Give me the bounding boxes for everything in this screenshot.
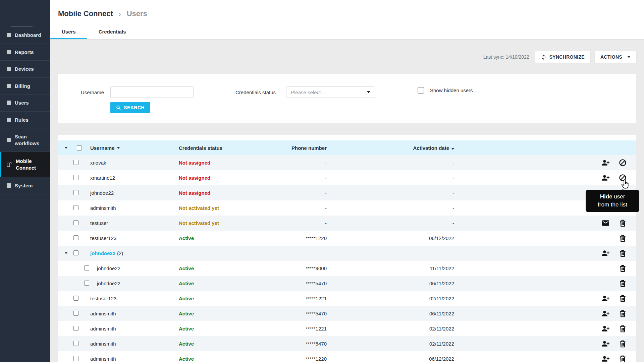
row-checkbox[interactable]	[73, 296, 78, 301]
phone-cell: -	[286, 220, 328, 226]
show-hidden-users-checkbox[interactable]	[418, 87, 424, 94]
search-button[interactable]: SEARCH	[110, 102, 150, 113]
delete-icon[interactable]	[619, 340, 627, 348]
add-user-icon[interactable]	[601, 355, 610, 362]
expand-all-caret-icon[interactable]	[65, 147, 67, 149]
add-user-icon[interactable]	[601, 174, 610, 182]
row-actions	[583, 249, 627, 257]
row-checkbox[interactable]	[73, 235, 78, 240]
row-checkbox[interactable]	[73, 190, 78, 195]
collapse-group-caret-icon[interactable]	[65, 252, 67, 254]
username-cell: testuser123	[85, 296, 179, 301]
row-checkbox[interactable]	[73, 356, 78, 361]
sidebar-item-billing[interactable]: Billing	[0, 78, 50, 95]
hide-user-icon[interactable]	[619, 159, 627, 167]
delete-icon[interactable]	[619, 355, 627, 362]
table-row: xmartine12Not assigned--	[58, 170, 636, 185]
sidebar-item-users[interactable]: Users	[0, 95, 50, 112]
username-cell: adminsmith	[85, 356, 179, 362]
table-row: testuserNot activated yet--	[58, 216, 636, 231]
table-row: adminsmithActive*****547002/11/2022	[58, 336, 636, 351]
add-user-icon[interactable]	[601, 249, 610, 257]
mouse-cursor-hand	[621, 179, 630, 189]
username-cell: adminsmith	[85, 205, 179, 211]
delete-icon[interactable]	[619, 279, 627, 288]
actions-button[interactable]: ACTIONS	[595, 51, 636, 63]
sidebar-item-devices[interactable]: Devices	[0, 61, 50, 78]
row-checkbox[interactable]	[73, 341, 78, 346]
sidebar-item-mobile-connect[interactable]: Mobile Connect	[0, 152, 50, 177]
credentials-status-cell: Active	[179, 341, 286, 347]
activation-date-cell: -	[328, 205, 455, 211]
username-cell: johndoe22	[85, 265, 179, 271]
username-cell: adminsmith	[85, 326, 179, 331]
row-checkbox[interactable]	[73, 250, 78, 255]
sidebar-item-scan-workflows[interactable]: Scan workflows	[0, 128, 50, 152]
add-user-icon[interactable]	[601, 294, 610, 303]
credentials-status-cell: Active	[179, 281, 286, 286]
menu-square-icon	[7, 138, 11, 142]
table-header-row: Username Credentials status Phone number…	[58, 140, 636, 155]
row-actions	[583, 279, 627, 288]
column-header-activation-date[interactable]: Activation date	[328, 145, 455, 151]
add-user-icon[interactable]	[601, 159, 610, 167]
add-user-icon[interactable]	[601, 324, 610, 333]
username-label: Username	[58, 89, 104, 95]
row-checkbox[interactable]	[73, 326, 78, 331]
username-cell: adminsmith	[85, 341, 179, 347]
row-checkbox[interactable]	[73, 205, 78, 210]
tab-users[interactable]: Users	[50, 24, 87, 39]
phone-cell: *****1220	[286, 235, 328, 241]
sidebar-item-reports[interactable]: Reports	[0, 44, 50, 61]
add-user-icon[interactable]	[601, 340, 610, 348]
credentials-status-select[interactable]: Please select...	[286, 86, 375, 98]
synchronize-button[interactable]: SYNCHRONIZE	[535, 51, 590, 63]
column-header-credentials-status[interactable]: Credentials status	[179, 145, 286, 151]
username-input[interactable]	[110, 86, 194, 98]
table-row: testuser123Active*****122102/11/2022	[58, 291, 636, 306]
sidebar-item-system[interactable]: System	[0, 177, 50, 194]
delete-icon[interactable]	[619, 309, 627, 318]
phone-cell: -	[286, 190, 328, 196]
credentials-status-cell: Active	[179, 265, 286, 271]
delete-icon[interactable]	[619, 219, 627, 227]
activation-date-cell: 02/11/2022	[328, 296, 455, 301]
row-checkbox[interactable]	[73, 220, 78, 225]
tab-credentials[interactable]: Credentials	[87, 24, 138, 39]
delete-icon[interactable]	[619, 249, 627, 257]
chevron-down-icon	[367, 91, 370, 93]
sidebar-logo-area	[0, 0, 50, 27]
delete-icon[interactable]	[619, 294, 627, 303]
credentials-status-label: Credentials status	[235, 89, 276, 95]
topbar: Mobile Connect › Users UsersCredentials	[50, 0, 644, 39]
delete-icon[interactable]	[619, 324, 627, 333]
activation-date-cell: 06/11/2022	[328, 311, 455, 316]
sidebar-item-rules[interactable]: Rules	[0, 112, 50, 129]
row-actions	[583, 340, 627, 348]
row-checkbox[interactable]	[73, 160, 78, 165]
mobile-phone-icon	[6, 161, 12, 168]
activation-date-cell: -	[328, 220, 455, 226]
sidebar-item-label: System	[15, 182, 33, 189]
menu-square-icon	[7, 183, 11, 188]
username-cell[interactable]: johndoe22(2)	[85, 250, 179, 256]
credentials-status-cell: Active	[179, 356, 286, 362]
delete-icon[interactable]	[619, 264, 627, 273]
credentials-status-cell: Active	[179, 296, 286, 301]
credentials-status-cell: Active	[179, 326, 286, 331]
breadcrumb-separator-icon: ›	[119, 10, 121, 17]
search-icon	[116, 105, 121, 110]
users-table: Username Credentials status Phone number…	[58, 135, 636, 362]
row-checkbox[interactable]	[73, 175, 78, 180]
select-all-checkbox[interactable]	[77, 145, 82, 150]
send-email-icon[interactable]	[601, 219, 610, 227]
breadcrumb-section[interactable]: Mobile Connect	[58, 9, 113, 18]
add-user-icon[interactable]	[601, 309, 610, 318]
column-header-username[interactable]: Username	[85, 145, 179, 151]
sidebar-item-dashboard[interactable]: Dashboard	[0, 27, 50, 44]
sync-toolbar: Last sync: 14/10/2022 SYNCHRONIZE ACTION…	[58, 51, 636, 63]
row-checkbox[interactable]	[73, 311, 78, 316]
sidebar: DashboardReportsDevicesBillingUsersRules…	[0, 0, 50, 362]
delete-icon[interactable]	[619, 234, 627, 242]
column-header-phone[interactable]: Phone number	[286, 145, 328, 151]
